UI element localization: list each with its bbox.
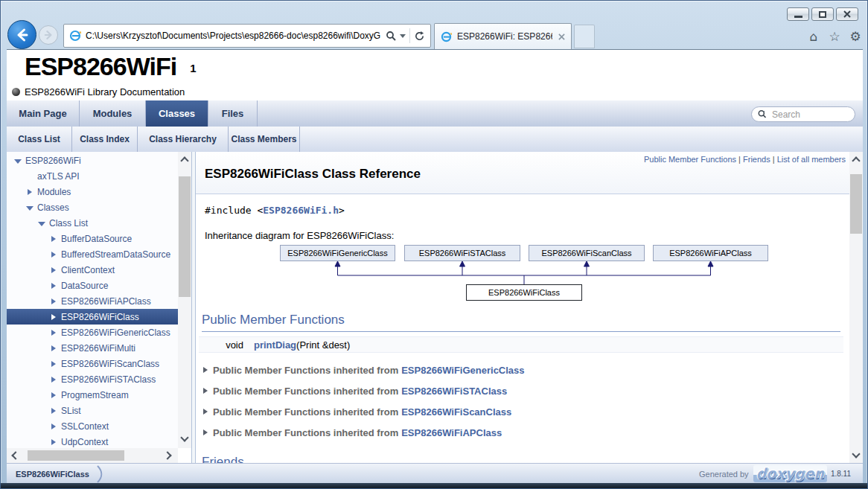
expand-arrow-icon[interactable] [50, 313, 57, 321]
restore-button[interactable] [811, 7, 834, 21]
summary-link-public-members[interactable]: Public Member Functions [644, 155, 736, 164]
inherited-section-toggle[interactable]: Public Member Functions inherited from E… [203, 425, 502, 440]
diagram-node[interactable]: ESP8266WiFiGenericClass [280, 245, 395, 261]
diagram-node[interactable]: ESP8266WiFiAPClass [653, 245, 768, 261]
tab-close-button[interactable] [558, 33, 565, 40]
expand-arrow-icon[interactable] [50, 376, 57, 383]
scroll-down-button[interactable] [178, 430, 191, 445]
section-heading-friends: Friends [202, 455, 840, 463]
tree-item[interactable]: ClientContext [7, 262, 178, 278]
tree-item[interactable]: BufferedStreamDataSource [7, 246, 178, 262]
scroll-left-button[interactable] [8, 448, 23, 463]
expand-arrow-icon[interactable] [50, 391, 57, 399]
home-icon[interactable]: ⌂ [806, 29, 821, 44]
search-input[interactable]: Search [751, 106, 855, 122]
tree-item-selected[interactable]: ESP8266WiFiClass [7, 309, 178, 325]
scroll-down-button[interactable] [849, 447, 863, 461]
expand-arrow-icon[interactable] [50, 266, 57, 274]
chevron-up-icon [180, 156, 188, 164]
class-link[interactable]: ESP8266WiFiScanClass [401, 406, 511, 418]
summary-link-friends[interactable]: Friends [743, 155, 770, 164]
tab-class-hierarchy[interactable]: Class Hierarchy [138, 127, 229, 152]
close-button[interactable] [836, 7, 858, 21]
tab-class-index[interactable]: Class Index [72, 127, 138, 152]
inherited-section-toggle[interactable]: Public Member Functions inherited from E… [203, 383, 507, 398]
expand-arrow-icon[interactable] [50, 345, 57, 352]
scroll-up-button[interactable] [849, 153, 863, 168]
address-bar[interactable]: C:\Users\Krzysztof\Documents\Projects\es… [63, 24, 431, 48]
expand-arrow-icon[interactable] [50, 438, 57, 446]
tree-item[interactable]: UdpContext [7, 434, 178, 450]
collapse-arrow-icon[interactable] [38, 220, 45, 227]
expand-arrow-icon[interactable] [50, 251, 57, 258]
expand-arrow-icon [203, 409, 208, 415]
member-function-link[interactable]: printDiag [254, 339, 296, 351]
tree-item[interactable]: ESP8266WiFiAPClass [7, 293, 178, 309]
class-link[interactable]: ESP8266WiFiGenericClass [401, 365, 524, 376]
tab-main-page[interactable]: Main Page [7, 100, 80, 127]
diagram-node[interactable]: ESP8266WiFiSTAClass [404, 245, 520, 261]
address-tools [380, 28, 430, 43]
tree-item[interactable]: BufferDataSource [7, 231, 178, 246]
tree-item[interactable]: Class List [7, 215, 178, 231]
minimize-button[interactable] [787, 7, 809, 21]
tab-class-list[interactable]: Class List [7, 127, 72, 152]
tree-item[interactable]: DataSource [7, 278, 178, 293]
collapse-arrow-icon[interactable] [14, 157, 22, 164]
tree-item[interactable]: ESP8266WiFiSTAClass [7, 371, 178, 387]
settings-gear-icon[interactable]: ⚙ [848, 29, 863, 44]
breadcrumb[interactable]: ESP8266WiFiClass [7, 464, 106, 483]
include-file-link[interactable]: ESP8266WiFi.h [263, 205, 339, 216]
address-dropdown-icon[interactable] [400, 34, 406, 38]
expand-arrow-icon[interactable] [50, 407, 57, 415]
tree-item[interactable]: SList [7, 403, 178, 418]
expand-arrow-icon[interactable] [50, 329, 57, 336]
search-icon[interactable] [386, 31, 396, 41]
tree-item[interactable]: Classes [7, 199, 178, 215]
refresh-icon[interactable] [414, 31, 425, 42]
expand-arrow-icon[interactable] [50, 360, 57, 368]
favorites-star-icon[interactable]: ☆ [827, 29, 842, 44]
diagram-node[interactable]: ESP8266WiFiScanClass [529, 245, 645, 261]
expand-arrow-icon[interactable] [50, 282, 57, 290]
tree-item[interactable]: ESP8266WiFiGenericClass [7, 325, 178, 340]
expand-arrow-icon[interactable] [50, 235, 57, 243]
doxygen-version: 1.8.11 [831, 470, 851, 478]
tree-item[interactable]: ESP8266WiFi [7, 153, 178, 168]
browser-tab[interactable]: ESP8266WiFi: ESP8266WiFi... [434, 23, 572, 49]
logo-sphere-icon [12, 88, 20, 96]
expand-arrow-icon[interactable] [26, 188, 33, 196]
tree-item[interactable]: axTLS API [7, 168, 178, 184]
back-button[interactable] [7, 20, 36, 49]
tree-item[interactable]: SSLContext [7, 418, 178, 434]
expand-arrow-icon[interactable] [50, 298, 57, 305]
tab-classes[interactable]: Classes [146, 100, 208, 127]
doxygen-logo[interactable]: doxygen [753, 465, 827, 482]
inherited-section-toggle[interactable]: Public Member Functions inherited from E… [203, 362, 525, 377]
inherited-section-toggle[interactable]: Public Member Functions inherited from E… [203, 404, 511, 419]
close-icon [558, 33, 565, 40]
tree-item[interactable]: Modules [7, 184, 178, 199]
summary-link-all-members[interactable]: List of all members [777, 155, 846, 164]
tree-item[interactable]: ProgmemStream [7, 387, 178, 403]
collapse-arrow-icon[interactable] [26, 204, 33, 211]
tab-modules[interactable]: Modules [80, 100, 146, 127]
scrollbar-thumb[interactable] [28, 450, 124, 461]
scroll-right-button[interactable] [160, 448, 175, 463]
scrollbar-thumb[interactable] [179, 176, 191, 297]
scroll-up-button[interactable] [178, 153, 191, 168]
expand-arrow-icon [203, 367, 208, 373]
tab-class-members[interactable]: Class Members [229, 127, 300, 152]
tab-files[interactable]: Files [208, 100, 258, 127]
tree-item[interactable]: ESP8266WiFiScanClass [7, 356, 178, 371]
class-link[interactable]: ESP8266WiFiSTAClass [401, 386, 507, 397]
new-tab-button[interactable] [574, 25, 595, 48]
search-icon[interactable] [758, 109, 768, 119]
forward-button[interactable] [39, 25, 58, 45]
expand-arrow-icon[interactable] [50, 423, 57, 430]
class-link[interactable]: ESP8266WiFiAPClass [401, 427, 502, 438]
tree-item[interactable]: ESP8266WiFiMulti [7, 340, 178, 356]
browser-toolbar: ⌂ ☆ ⚙ [806, 29, 863, 44]
scrollbar-thumb[interactable] [850, 174, 862, 234]
chevron-right-icon [163, 451, 171, 459]
